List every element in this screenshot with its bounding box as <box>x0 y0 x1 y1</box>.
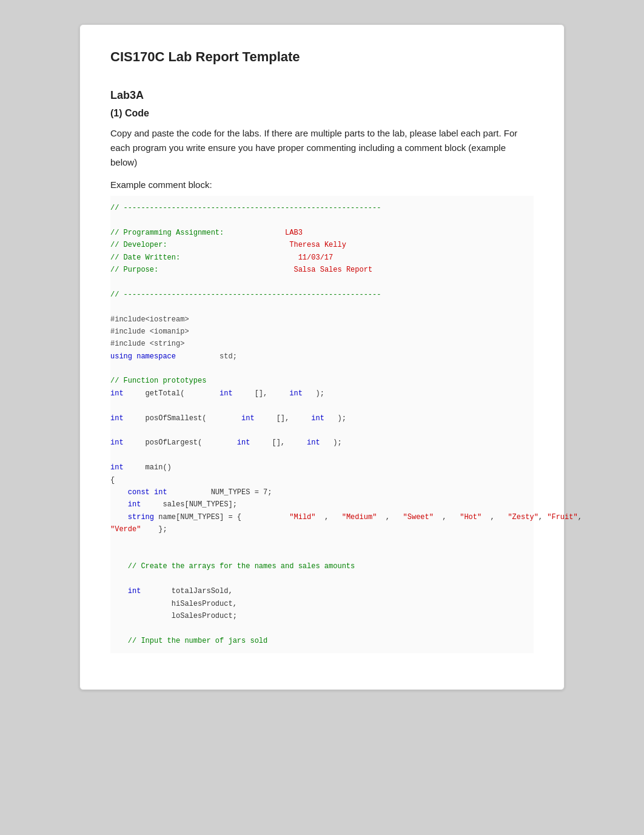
code-line <box>110 214 534 226</box>
section-code: (1) Code Copy and paste the code for the… <box>110 108 534 653</box>
code-line: int totalJarsSold, <box>110 585 534 597</box>
code-block: // -------------------------------------… <box>110 196 534 653</box>
code-line: string name[NUM_TYPES] = { "Mild" , "Med… <box>110 511 534 523</box>
code-line <box>110 622 534 634</box>
code-line: hiSalesProduct, <box>110 598 534 610</box>
code-line: // Function prototypes <box>110 375 534 387</box>
section-lab: Lab3A <box>110 89 534 102</box>
code-line: // Input the number of jars sold <box>110 635 534 647</box>
page-title: CIS170C Lab Report Template <box>110 49 534 65</box>
code-line <box>110 424 534 437</box>
code-line: #include<iostream> <box>110 314 534 326</box>
code-line: int main() <box>110 461 534 474</box>
code-line <box>110 573 534 585</box>
code-description: Copy and paste the code for the labs. If… <box>110 126 534 170</box>
code-line: int posOfLargest( int [], int ); <box>110 437 534 449</box>
code-line: "Verde" }; <box>110 523 534 535</box>
code-line: // Create the arrays for the names and s… <box>110 560 534 572</box>
code-line: int getTotal( int [], int ); <box>110 387 534 400</box>
code-line: const int NUM_TYPES = 7; <box>110 486 534 498</box>
code-line: #include <string> <box>110 338 534 350</box>
code-line: // Programming Assignment: LAB3 <box>110 227 534 239</box>
code-line <box>110 363 534 375</box>
code-line: #include <iomanip> <box>110 326 534 338</box>
code-line: { <box>110 474 534 486</box>
code-line: using namespace std; <box>110 350 534 363</box>
code-line: // -------------------------------------… <box>110 202 534 214</box>
page-container: CIS170C Lab Report Template Lab3A (1) Co… <box>79 24 565 690</box>
code-line <box>110 536 534 548</box>
code-section-title: (1) Code <box>110 108 534 119</box>
code-line: // Date Written: 11/03/17 <box>110 252 534 264</box>
code-line: int sales[NUM_TYPES]; <box>110 498 534 511</box>
code-line: int posOfSmallest( int [], int ); <box>110 412 534 424</box>
code-line: // Purpose: Salsa Sales Report <box>110 264 534 276</box>
code-line: loSalesProduct; <box>110 610 534 622</box>
lab-label: Lab3A <box>110 89 534 102</box>
code-line: // -------------------------------------… <box>110 289 534 301</box>
code-line <box>110 449 534 461</box>
code-line <box>110 301 534 313</box>
code-line <box>110 276 534 288</box>
code-line <box>110 400 534 412</box>
code-line: // Developer: Theresa Kelly <box>110 239 534 251</box>
code-line <box>110 548 534 560</box>
example-comment-label: Example comment block: <box>110 179 534 190</box>
